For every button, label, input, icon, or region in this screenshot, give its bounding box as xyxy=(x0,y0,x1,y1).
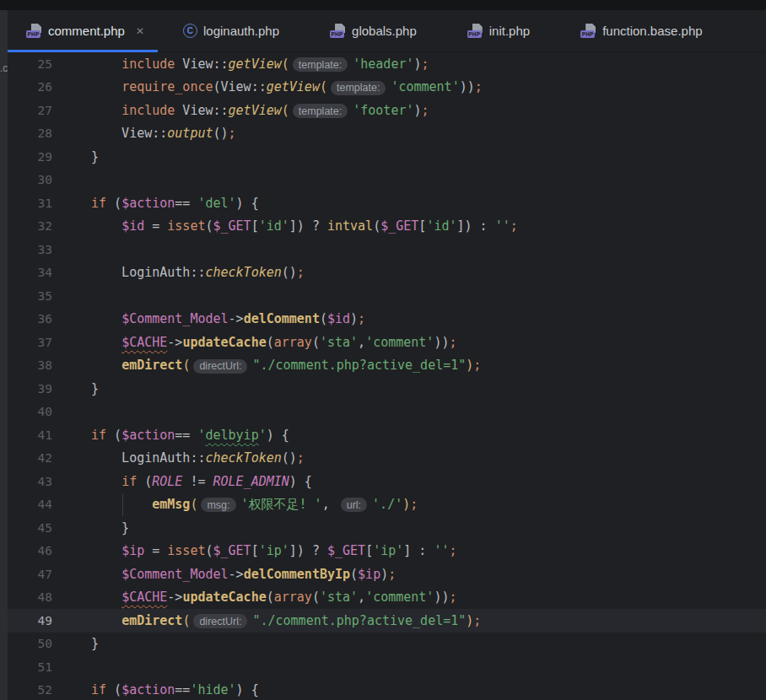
tab-comment-php[interactable]: PHP comment.php ✕ xyxy=(8,10,158,51)
line-number[interactable]: 49 xyxy=(8,614,52,627)
inline-parameter-hint: directUrl: xyxy=(193,614,247,628)
tab-label: function.base.php xyxy=(602,24,702,38)
line-number[interactable]: 52 xyxy=(8,683,52,697)
code-line[interactable]: 27 include View::getView(template:'foote… xyxy=(8,99,766,122)
inline-parameter-hint: template: xyxy=(331,81,386,95)
php-file-icon: PHP xyxy=(330,24,346,38)
tab-label: init.php xyxy=(489,24,530,38)
code-text: if ($action== 'del') { xyxy=(52,196,259,211)
code-text: $Comment_Model->delComment($id); xyxy=(52,311,365,326)
code-text: $ip = isset($_GET['ip']) ? $_GET['ip'] :… xyxy=(52,543,457,558)
code-line[interactable]: 42 LoginAuth::checkToken(); xyxy=(8,447,766,471)
code-line[interactable]: 48 $CACHE->updateCache(array('sta','comm… xyxy=(8,586,766,610)
code-line[interactable]: 37 $CACHE->updateCache(array('sta','comm… xyxy=(8,331,766,354)
code-line[interactable]: 51 xyxy=(8,655,766,679)
code-line[interactable]: 31if ($action== 'del') { xyxy=(8,191,766,215)
code-text: $id = isset($_GET['id']) ? intval($_GET[… xyxy=(52,218,518,234)
tab-globals-php[interactable]: PHP globals.php xyxy=(305,10,442,51)
line-number[interactable]: 32 xyxy=(8,219,52,233)
line-number[interactable]: 43 xyxy=(8,475,52,488)
line-number[interactable]: 28 xyxy=(8,127,52,140)
code-text: emMsg(msg:'权限不足! ', url:'./'); xyxy=(52,497,418,513)
code-line[interactable]: 28 View::output(); xyxy=(8,122,766,146)
code-text: if (ROLE != ROLE_ADMIN) { xyxy=(52,474,312,489)
line-number[interactable]: 51 xyxy=(8,660,52,674)
line-number[interactable]: 35 xyxy=(8,289,52,303)
line-number[interactable]: 25 xyxy=(8,57,52,71)
tab-function-base-php[interactable]: PHP function.base.php xyxy=(555,10,727,51)
code-text: } xyxy=(52,636,99,651)
code-line[interactable]: 43 if (ROLE != ROLE_ADMIN) { xyxy=(8,470,766,493)
line-number[interactable]: 40 xyxy=(8,405,52,418)
code-text: emDirect(directUrl:"./comment.php?active… xyxy=(52,613,481,629)
code-line[interactable]: 32 $id = isset($_GET['id']) ? intval($_G… xyxy=(8,215,766,239)
php-file-icon: PHP xyxy=(26,24,42,38)
code-line[interactable]: 29} xyxy=(8,145,766,169)
php-badge: PHP xyxy=(467,30,482,38)
code-text: include View::getView(template:'footer')… xyxy=(52,103,429,119)
code-line[interactable]: 25 include View::getView(template:'heade… xyxy=(8,52,766,76)
code-text: } xyxy=(52,381,99,396)
line-number[interactable]: 26 xyxy=(8,80,52,94)
tab-label: globals.php xyxy=(352,24,417,38)
line-number[interactable]: 50 xyxy=(8,637,52,650)
php-file-icon: PHP xyxy=(467,24,483,38)
code-line[interactable]: 38 emDirect(directUrl:"./comment.php?act… xyxy=(8,354,766,378)
inline-parameter-hint: msg: xyxy=(201,498,235,512)
line-number[interactable]: 45 xyxy=(8,521,52,535)
code-line[interactable]: 33 xyxy=(8,238,766,261)
code-line[interactable]: 46 $ip = isset($_GET['ip']) ? $_GET['ip'… xyxy=(8,540,766,563)
code-line[interactable]: 47 $Comment_Model->delCommentByIp($ip); xyxy=(8,563,766,586)
line-number[interactable]: 27 xyxy=(8,104,52,117)
tab-label: comment.php xyxy=(48,24,125,38)
line-number[interactable]: 39 xyxy=(8,382,52,396)
line-number[interactable]: 44 xyxy=(8,498,52,511)
code-line[interactable]: 35 xyxy=(8,284,766,308)
line-number[interactable]: 47 xyxy=(8,568,52,581)
code-line[interactable]: 26 require_once(View::getView(template:'… xyxy=(8,76,766,100)
tab-label: loginauth.php xyxy=(203,24,279,38)
code-text: LoginAuth::checkToken(); xyxy=(52,265,305,280)
code-text: $CACHE->updateCache(array('sta','comment… xyxy=(52,335,457,350)
tab-loginauth-php[interactable]: C loginauth.php xyxy=(158,10,305,51)
editor-tab-bar: PHP comment.php ✕ C loginauth.php PHP gl… xyxy=(8,10,766,52)
line-number[interactable]: 38 xyxy=(8,358,52,372)
code-line[interactable]: 30 xyxy=(8,169,766,192)
line-number[interactable]: 41 xyxy=(8,428,52,442)
line-number[interactable]: 37 xyxy=(8,336,52,349)
code-line[interactable]: 41if ($action== 'delbyip') { xyxy=(8,423,766,447)
line-number[interactable]: 36 xyxy=(8,312,52,326)
code-line[interactable]: 50} xyxy=(8,633,766,656)
php-class-icon: C xyxy=(183,24,197,38)
line-number[interactable]: 34 xyxy=(8,266,52,279)
line-number[interactable]: 31 xyxy=(8,197,52,210)
inline-parameter-hint: template: xyxy=(293,104,348,118)
code-text: require_once(View::getView(template:'com… xyxy=(52,79,483,95)
code-text: if ($action== 'delbyip') { xyxy=(52,428,289,443)
php-badge: PHP xyxy=(26,30,40,38)
code-line[interactable]: 34 LoginAuth::checkToken(); xyxy=(8,261,766,285)
code-text: LoginAuth::checkToken(); xyxy=(52,450,305,466)
code-line[interactable]: 39} xyxy=(8,377,766,401)
code-editor[interactable]: 25 include View::getView(template:'heade… xyxy=(8,52,766,700)
close-tab-icon[interactable]: ✕ xyxy=(134,24,146,38)
line-number[interactable]: 48 xyxy=(8,590,52,604)
code-line[interactable]: 40 xyxy=(8,401,766,424)
line-number[interactable]: 42 xyxy=(8,451,52,465)
php-badge: PHP xyxy=(580,30,595,38)
line-number[interactable]: 29 xyxy=(8,150,52,164)
php-file-icon: PHP xyxy=(580,24,596,38)
line-number[interactable]: 30 xyxy=(8,173,52,186)
code-line[interactable]: 36 $Comment_Model->delComment($id); xyxy=(8,308,766,331)
line-number[interactable]: 46 xyxy=(8,544,52,557)
tab-init-php[interactable]: PHP init.php xyxy=(442,10,555,51)
php-badge: PHP xyxy=(330,30,344,38)
code-line[interactable]: 44 emMsg(msg:'权限不足! ', url:'./'); xyxy=(8,493,766,517)
line-number[interactable]: 33 xyxy=(8,243,52,256)
project-toolwindow-sliver: .c xyxy=(0,10,8,700)
code-line[interactable]: 52if ($action=='hide') { xyxy=(8,679,766,700)
inline-parameter-hint: directUrl: xyxy=(193,359,247,374)
code-line[interactable]: 45 } xyxy=(8,516,766,540)
code-text: $CACHE->updateCache(array('sta','comment… xyxy=(52,590,457,605)
code-line-current[interactable]: 49 emDirect(directUrl:"./comment.php?act… xyxy=(8,609,766,633)
